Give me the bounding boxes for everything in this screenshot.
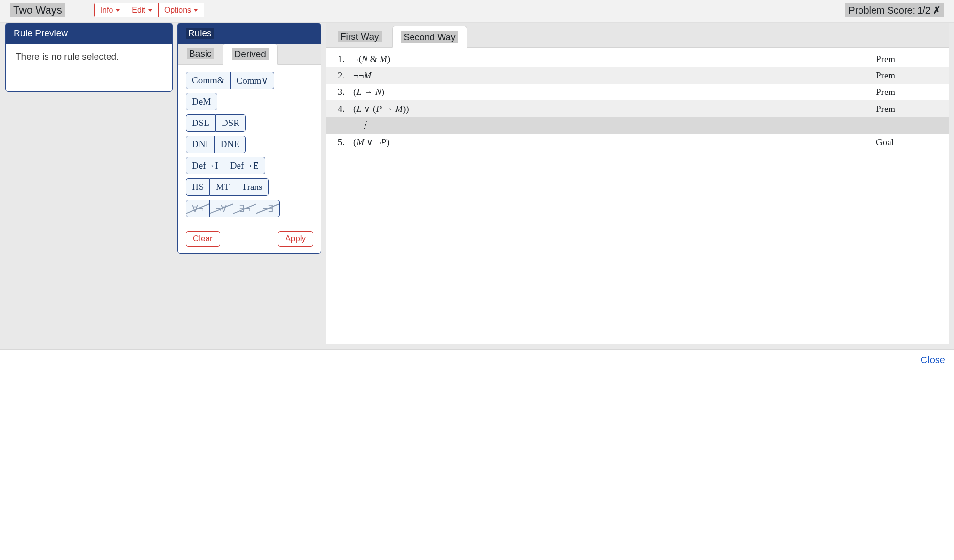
- footer: Close: [0, 350, 954, 369]
- rule-row: ∀¬¬∀∃¬¬∃: [186, 200, 313, 217]
- caret-icon: [148, 9, 152, 12]
- line-justification: Prem: [876, 104, 939, 114]
- proof-panel: First Way Second Way 1.¬(N & M)Prem2.¬¬M…: [326, 23, 949, 344]
- line-formula: (L → N): [353, 87, 876, 97]
- options-button[interactable]: Options: [159, 3, 204, 17]
- rules-panel: Rules Basic Derived Comm&Comm∨DeMDSLDSRD…: [177, 23, 321, 254]
- line-number: 3.: [331, 87, 353, 97]
- rules-body: Comm&Comm∨DeMDSLDSRDNIDNEDef→IDef→EHSMTT…: [178, 65, 321, 225]
- rules-header: Rules: [178, 23, 321, 44]
- rule-button[interactable]: DSR: [216, 114, 246, 132]
- line-justification: Prem: [876, 87, 939, 97]
- rule-button: ∃¬: [233, 200, 256, 217]
- line-justification: Prem: [876, 54, 939, 64]
- rule-button[interactable]: DeM: [186, 93, 217, 110]
- edit-button[interactable]: Edit: [126, 3, 159, 17]
- proof-line[interactable]: 4.(L ∨ (P → M))Prem: [326, 100, 949, 117]
- line-number: 1.: [331, 54, 353, 64]
- clear-button[interactable]: Clear: [186, 231, 220, 247]
- caret-icon: [194, 9, 198, 12]
- line-number: 2.: [331, 70, 353, 81]
- line-formula: ⋮: [353, 120, 876, 131]
- x-icon: ✗: [933, 4, 941, 16]
- proof-line[interactable]: 3.(L → N)Prem: [326, 84, 949, 100]
- problem-title: Two Ways: [10, 3, 65, 17]
- topbar: Two Ways Info Edit Options Problem Score…: [0, 0, 954, 23]
- proof-tabs: First Way Second Way: [326, 23, 949, 48]
- rule-button: ∀¬: [186, 200, 210, 217]
- line-number: 5.: [331, 137, 353, 148]
- rule-button[interactable]: DNE: [215, 136, 246, 153]
- columns: Rule Preview There is no rule selected. …: [0, 23, 954, 349]
- apply-button[interactable]: Apply: [278, 231, 313, 247]
- main-area: Two Ways Info Edit Options Problem Score…: [0, 0, 954, 350]
- rule-row: DeM: [186, 93, 313, 110]
- rule-button: ¬∀: [210, 200, 234, 217]
- proof-gap[interactable]: ⋮: [326, 117, 949, 134]
- rule-row: HSMTTrans: [186, 178, 313, 196]
- proof-line[interactable]: 5.(M ∨ ¬P)Goal: [326, 134, 949, 151]
- rule-row: Def→IDef→E: [186, 157, 313, 174]
- rule-button[interactable]: DSL: [186, 114, 216, 132]
- tab-first-way[interactable]: First Way: [329, 26, 390, 47]
- rules-footer: Clear Apply: [178, 225, 321, 253]
- tab-second-way[interactable]: Second Way: [392, 26, 467, 48]
- caret-icon: [116, 9, 120, 12]
- rule-button[interactable]: Def→I: [186, 157, 224, 174]
- tab-basic[interactable]: Basic: [178, 44, 223, 64]
- rule-button[interactable]: Comm∨: [231, 72, 275, 89]
- line-formula: ¬¬M: [353, 70, 876, 81]
- score-badge: Problem Score: 1/2 ✗: [845, 3, 944, 17]
- rule-button[interactable]: Def→E: [224, 157, 265, 174]
- rule-button[interactable]: Trans: [236, 178, 269, 196]
- info-button[interactable]: Info: [94, 3, 127, 17]
- rule-preview-body: There is no rule selected.: [6, 44, 172, 91]
- line-justification: Prem: [876, 70, 939, 81]
- rule-button[interactable]: MT: [210, 178, 236, 196]
- line-formula: ¬(N & M): [353, 54, 876, 64]
- rule-button[interactable]: Comm&: [186, 72, 231, 89]
- rule-row: DSLDSR: [186, 114, 313, 132]
- proof-line[interactable]: 1.¬(N & M)Prem: [326, 51, 949, 67]
- rule-row: Comm&Comm∨: [186, 72, 313, 89]
- rule-button[interactable]: DNI: [186, 136, 215, 153]
- rules-tabs: Basic Derived: [178, 44, 321, 65]
- line-number: 4.: [331, 104, 353, 114]
- line-formula: (M ∨ ¬P): [353, 137, 876, 148]
- tab-derived[interactable]: Derived: [223, 44, 277, 65]
- close-link[interactable]: Close: [921, 355, 945, 366]
- proof-line[interactable]: 2.¬¬MPrem: [326, 67, 949, 84]
- rule-preview-header: Rule Preview: [6, 23, 172, 44]
- toolbar-group: Info Edit Options: [94, 3, 204, 17]
- line-formula: (L ∨ (P → M)): [353, 103, 876, 114]
- rule-button: ¬∃: [256, 200, 280, 217]
- line-justification: Goal: [876, 137, 939, 148]
- proof-body: 1.¬(N & M)Prem2.¬¬MPrem3.(L → N)Prem4.(L…: [326, 48, 949, 344]
- rule-preview-panel: Rule Preview There is no rule selected.: [5, 23, 173, 92]
- rule-button[interactable]: HS: [186, 178, 210, 196]
- rule-row: DNIDNE: [186, 136, 313, 153]
